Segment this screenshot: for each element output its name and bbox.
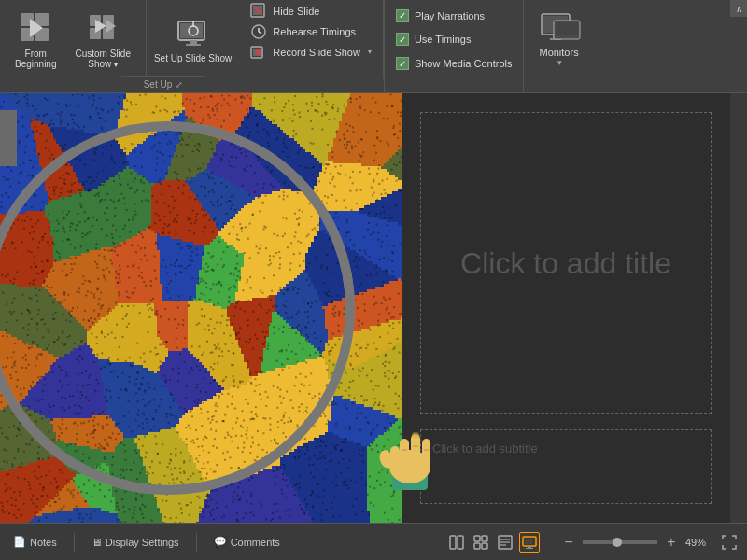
show-media-controls-check[interactable]: ✓ Show Media Controls: [392, 55, 516, 72]
custom-slide-show-label: Custom SlideShow ▾: [75, 49, 130, 69]
svg-rect-47: [482, 536, 487, 541]
comments-button[interactable]: 💬 Comments: [208, 534, 286, 550]
fit-slide-button[interactable]: [719, 532, 740, 553]
play-icon: [19, 11, 52, 45]
ribbon-collapse-button[interactable]: ∧: [730, 0, 747, 17]
status-divider-1: [74, 533, 75, 552]
slide-content-area: Click to add title Click to add subtitle: [402, 93, 730, 523]
setup-label-text: Set Up: [144, 79, 173, 90]
notes-label: Notes: [30, 537, 57, 548]
status-bar: 📄 Notes 🖥 Display Settings 💬 Comments: [0, 523, 747, 560]
svg-rect-56: [528, 546, 531, 548]
setup-group-label: Set Up ⤢: [121, 76, 205, 92]
status-divider-2: [196, 533, 197, 552]
comments-icon: 💬: [214, 536, 227, 548]
display-settings-label: Display Settings: [106, 537, 179, 548]
use-timings-label: Use Timings: [415, 34, 472, 45]
use-timings-checkbox[interactable]: ✓: [396, 33, 409, 46]
svg-rect-55: [525, 539, 532, 544]
svg-rect-44: [450, 536, 456, 549]
record-slide-show-button[interactable]: Record Slide Show ▾: [247, 42, 375, 63]
comments-label: Comments: [231, 537, 280, 548]
setup-dialog-launcher[interactable]: ⤢: [176, 80, 183, 90]
hand-cursor-indicator: [374, 411, 448, 485]
slide-background: [0, 93, 402, 523]
rehearse-timings-icon: [250, 23, 267, 40]
svg-rect-35: [400, 439, 409, 471]
zoom-section: − + 49%: [558, 532, 740, 553]
svg-point-25: [256, 49, 261, 55]
play-narrations-check[interactable]: ✓ Play Narrations: [392, 7, 516, 24]
view-buttons: [446, 532, 540, 553]
from-beginning-label: FromBeginning: [15, 49, 56, 69]
display-settings-button[interactable]: 🖥 Display Settings: [86, 535, 185, 550]
display-settings-icon: 🖥: [92, 537, 102, 548]
show-media-controls-label: Show Media Controls: [415, 58, 513, 69]
scroll-thumb[interactable]: [0, 110, 17, 166]
play-narrations-checkbox[interactable]: ✓: [396, 9, 409, 22]
svg-rect-31: [556, 22, 578, 35]
hide-slide-label: Hide Slide: [273, 6, 319, 17]
custom-show-icon: [86, 11, 120, 45]
use-timings-check[interactable]: ✓ Use Timings: [392, 31, 516, 48]
rehearse-timings-label: Rehearse Timings: [273, 26, 356, 37]
record-slide-show-icon: [250, 44, 267, 61]
monitors-label: Monitors: [539, 47, 578, 58]
from-beginning-button[interactable]: FromBeginning: [7, 3, 63, 77]
svg-rect-57: [526, 548, 533, 549]
captions-group: ✓ Play Narrations ✓ Use Timings ✓ Show M…: [385, 0, 525, 92]
slide-title-placeholder[interactable]: Click to add title: [420, 112, 712, 414]
monitors-icon: [541, 13, 578, 43]
record-slide-show-label: Record Slide Show: [273, 47, 360, 58]
set-up-slide-show-button[interactable]: Set Up Slide Show: [147, 1, 239, 76]
monitors-dropdown-arrow: ▾: [557, 58, 562, 67]
slide-area: Click to add title Click to add subtitle: [0, 93, 747, 523]
rehearse-timings-button[interactable]: Rehearse Timings: [247, 21, 375, 42]
svg-rect-14: [186, 44, 201, 46]
presenter-view-button[interactable]: [519, 532, 540, 553]
show-media-controls-checkbox[interactable]: ✓: [396, 57, 409, 70]
play-narrations-label: Play Narrations: [415, 10, 485, 21]
zoom-thumb[interactable]: [613, 538, 622, 547]
ribbon: FromBeginning Custom SlideShow ▾: [0, 0, 747, 93]
normal-view-button[interactable]: [446, 532, 467, 553]
record-dropdown-arrow: ▾: [368, 48, 372, 56]
svg-rect-48: [474, 543, 480, 549]
svg-rect-13: [190, 40, 197, 44]
slide-title-text: Click to add title: [460, 246, 671, 281]
svg-rect-36: [411, 434, 420, 471]
monitors-button[interactable]: Monitors ▾: [524, 0, 593, 92]
custom-slide-show-button[interactable]: Custom SlideShow ▾: [67, 3, 137, 77]
zoom-value: 49%: [685, 537, 715, 548]
setup-middle-items: Hide Slide Rehearse Timings: [239, 0, 384, 79]
svg-point-43: [412, 432, 419, 438]
svg-rect-45: [458, 536, 463, 549]
svg-line-22: [259, 32, 261, 34]
svg-rect-37: [422, 439, 430, 471]
svg-rect-12: [180, 23, 203, 38]
zoom-slider[interactable]: [583, 540, 657, 544]
setup-icon: [176, 16, 210, 49]
hide-slide-icon: [250, 3, 267, 20]
vertical-scrollbar: ▲ △ ▽ ▼: [0, 93, 17, 523]
slide-sorter-button[interactable]: [471, 532, 491, 553]
zoom-in-button[interactable]: +: [661, 532, 682, 553]
notes-button[interactable]: 📄 Notes: [7, 534, 63, 550]
svg-rect-46: [474, 536, 480, 541]
svg-rect-49: [482, 543, 487, 549]
reading-view-button[interactable]: [495, 532, 515, 553]
set-up-slide-show-label: Set Up Slide Show: [154, 53, 232, 64]
scroll-track[interactable]: [0, 110, 17, 472]
slide-subtitle-placeholder[interactable]: Click to add subtitle: [420, 429, 712, 504]
hide-slide-button[interactable]: Hide Slide: [247, 1, 375, 21]
zoom-out-button[interactable]: −: [558, 532, 579, 553]
notes-icon: 📄: [13, 536, 26, 548]
